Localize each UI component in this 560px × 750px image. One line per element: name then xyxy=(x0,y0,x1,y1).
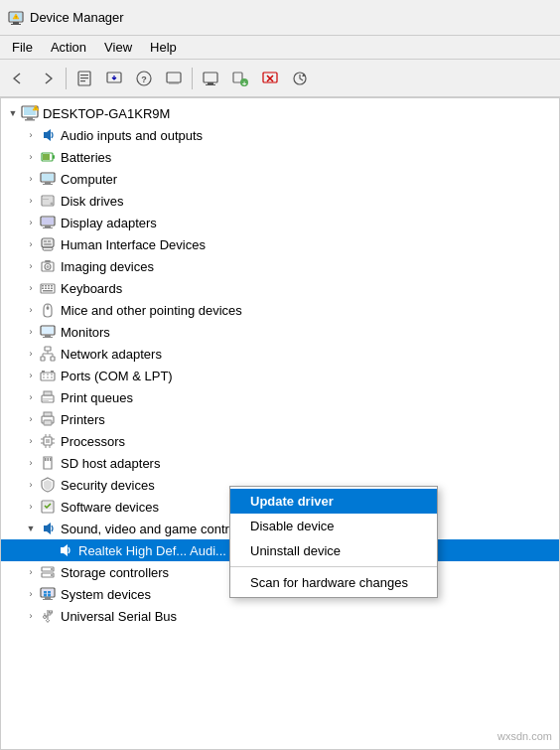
context-menu: Update driver Disable device Uninstall d… xyxy=(229,486,438,598)
svg-rect-73 xyxy=(45,347,51,351)
print-queues-icon xyxy=(39,388,57,406)
back-button[interactable] xyxy=(4,65,32,92)
keyboard-icon xyxy=(39,279,57,297)
display-label: Display adapters xyxy=(61,216,157,230)
svg-rect-75 xyxy=(51,357,55,361)
tree-item-mice[interactable]: › Mice and other pointing devices xyxy=(1,299,559,321)
svg-rect-38 xyxy=(43,184,53,185)
svg-rect-121 xyxy=(44,591,47,594)
tree-item-printers[interactable]: › Printers xyxy=(1,408,559,430)
tree-item-hid[interactable]: › Human Interface Devices xyxy=(1,233,559,255)
system-label: System devices xyxy=(61,587,151,602)
uninstall-button[interactable] xyxy=(256,65,284,92)
context-menu-uninstall-device[interactable]: Uninstall device xyxy=(230,538,437,563)
svg-marker-111 xyxy=(44,523,51,534)
forward-button[interactable] xyxy=(34,65,62,92)
scan-hardware-button[interactable] xyxy=(286,65,314,92)
tree-item-disk[interactable]: › Disk drives xyxy=(1,190,559,212)
svg-text:+: + xyxy=(242,78,247,87)
svg-rect-90 xyxy=(44,391,52,395)
tree-item-audio[interactable]: › Audio inputs and outputs xyxy=(1,124,559,146)
context-menu-update-driver[interactable]: Update driver xyxy=(230,489,437,514)
scan-button[interactable] xyxy=(160,65,188,92)
mice-icon xyxy=(39,301,57,319)
svg-rect-94 xyxy=(44,412,52,416)
svg-rect-124 xyxy=(48,594,51,597)
print-queues-expand-icon: › xyxy=(23,389,39,405)
printers-expand-icon: › xyxy=(23,411,39,427)
monitors-label: Monitors xyxy=(61,325,110,340)
help-button[interactable]: ? xyxy=(130,65,158,92)
network-label: Network adapters xyxy=(61,347,162,362)
tree-root[interactable]: ▼ ! DESKTOP-GA1KR9M xyxy=(1,102,559,124)
svg-rect-9 xyxy=(80,80,85,81)
svg-point-41 xyxy=(51,203,54,206)
disk-expand-icon: › xyxy=(23,193,39,209)
menu-file[interactable]: File xyxy=(4,38,41,57)
processors-expand-icon: › xyxy=(23,433,39,449)
printers-icon xyxy=(39,410,57,428)
software-icon xyxy=(39,498,57,516)
svg-text:?: ? xyxy=(141,75,147,84)
svg-rect-107 xyxy=(48,458,50,461)
add-hardware-button[interactable]: + xyxy=(226,65,254,92)
tree-item-processors[interactable]: › Processors xyxy=(1,430,559,452)
svg-rect-120 xyxy=(43,599,53,600)
tree-item-print-queues[interactable]: › Print queues xyxy=(1,386,559,408)
ports-label: Ports (COM & LPT) xyxy=(61,369,173,383)
printers-label: Printers xyxy=(61,412,105,427)
menu-view[interactable]: View xyxy=(96,38,140,57)
svg-rect-7 xyxy=(80,75,88,75)
tree-item-keyboard[interactable]: › Keyboards xyxy=(1,277,559,299)
content-area[interactable]: ▼ ! DESKTOP-GA1KR9M › xyxy=(0,97,560,750)
batteries-icon xyxy=(39,148,57,166)
context-menu-disable-device[interactable]: Disable device xyxy=(230,514,437,538)
svg-rect-58 xyxy=(42,285,44,287)
context-menu-scan-changes[interactable]: Scan for hardware changes xyxy=(230,570,437,595)
batteries-expand-icon: › xyxy=(23,149,39,165)
svg-rect-106 xyxy=(45,458,47,461)
tree-item-display[interactable]: › Display adapters xyxy=(1,212,559,233)
sd-icon xyxy=(39,454,57,472)
system-expand-icon: › xyxy=(23,586,39,602)
security-expand-icon: › xyxy=(23,477,39,493)
svg-rect-2 xyxy=(11,24,21,25)
ports-expand-icon: › xyxy=(23,368,39,383)
network-expand-icon: › xyxy=(23,346,39,362)
tree-item-computer[interactable]: › Computer xyxy=(1,168,559,190)
display-button[interactable] xyxy=(197,65,224,92)
svg-rect-59 xyxy=(45,285,47,287)
mice-expand-icon: › xyxy=(23,302,39,318)
hid-expand-icon: › xyxy=(23,236,39,252)
uninstall-device-label: Uninstall device xyxy=(250,543,341,558)
update-driver-toolbar-button[interactable] xyxy=(100,65,128,92)
tree-item-network[interactable]: › Network adapters xyxy=(1,343,559,365)
tree-item-usb[interactable]: › Universal Serial Bus xyxy=(1,605,559,627)
disable-device-label: Disable device xyxy=(250,519,335,533)
software-label: Software devices xyxy=(61,500,159,515)
print-queues-label: Print queues xyxy=(61,390,133,405)
processors-icon xyxy=(39,432,57,450)
tree-item-batteries[interactable]: › Batteries xyxy=(1,146,559,168)
storage-icon xyxy=(39,563,57,581)
menu-help[interactable]: Help xyxy=(142,38,185,57)
usb-icon xyxy=(39,607,57,625)
tree-item-monitors[interactable]: › Monitors xyxy=(1,321,559,343)
svg-rect-87 xyxy=(42,371,45,373)
tree-item-sd[interactable]: › SD host adapters xyxy=(1,452,559,474)
computer-icon xyxy=(39,170,57,188)
imaging-icon xyxy=(39,257,57,275)
tree-item-ports[interactable]: › Ports (COM & LPT) xyxy=(1,365,559,386)
tree-item-imaging[interactable]: › Imaging devices xyxy=(1,255,559,277)
svg-point-125 xyxy=(44,616,47,619)
title-bar: ! Device Manager xyxy=(0,0,560,36)
menu-action[interactable]: Action xyxy=(43,38,94,57)
svg-point-55 xyxy=(47,265,50,268)
display-adapter-icon xyxy=(39,214,57,231)
watermark: wxsdn.com xyxy=(497,730,552,742)
svg-point-68 xyxy=(47,307,50,310)
properties-button[interactable] xyxy=(70,65,98,92)
svg-point-84 xyxy=(43,376,45,378)
audio-expand-icon: › xyxy=(23,127,39,143)
svg-rect-44 xyxy=(42,218,54,225)
